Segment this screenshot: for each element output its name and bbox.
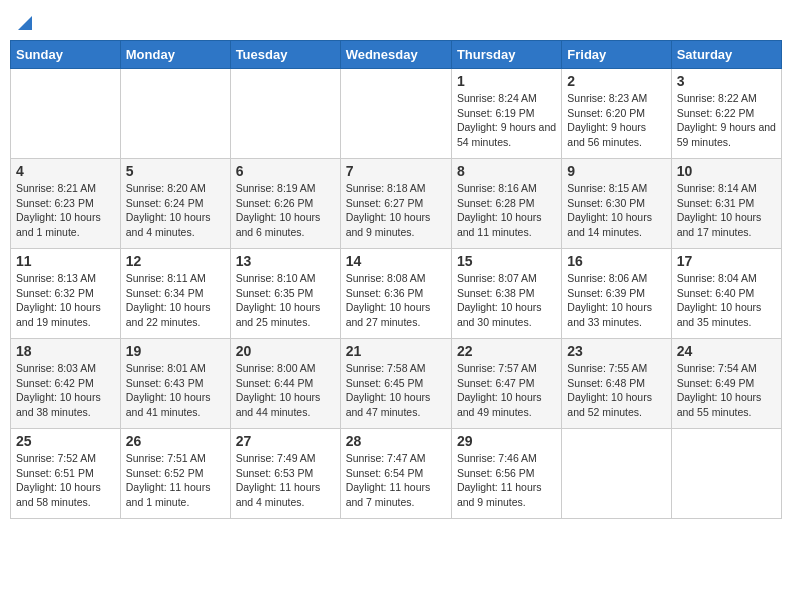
calendar-cell: 12Sunrise: 8:11 AM Sunset: 6:34 PM Dayli…: [120, 249, 230, 339]
day-info: Sunrise: 8:04 AM Sunset: 6:40 PM Dayligh…: [677, 271, 776, 330]
col-header-sunday: Sunday: [11, 41, 121, 69]
day-number: 5: [126, 163, 225, 179]
day-info: Sunrise: 8:19 AM Sunset: 6:26 PM Dayligh…: [236, 181, 335, 240]
calendar-week-row: 18Sunrise: 8:03 AM Sunset: 6:42 PM Dayli…: [11, 339, 782, 429]
calendar-table: SundayMondayTuesdayWednesdayThursdayFrid…: [10, 40, 782, 519]
col-header-friday: Friday: [562, 41, 671, 69]
day-number: 28: [346, 433, 446, 449]
col-header-thursday: Thursday: [451, 41, 561, 69]
day-info: Sunrise: 8:07 AM Sunset: 6:38 PM Dayligh…: [457, 271, 556, 330]
calendar-cell: 7Sunrise: 8:18 AM Sunset: 6:27 PM Daylig…: [340, 159, 451, 249]
day-info: Sunrise: 7:55 AM Sunset: 6:48 PM Dayligh…: [567, 361, 665, 420]
calendar-cell: 15Sunrise: 8:07 AM Sunset: 6:38 PM Dayli…: [451, 249, 561, 339]
logo: [14, 14, 34, 34]
day-info: Sunrise: 7:57 AM Sunset: 6:47 PM Dayligh…: [457, 361, 556, 420]
calendar-cell: 18Sunrise: 8:03 AM Sunset: 6:42 PM Dayli…: [11, 339, 121, 429]
calendar-week-row: 11Sunrise: 8:13 AM Sunset: 6:32 PM Dayli…: [11, 249, 782, 339]
calendar-cell: 17Sunrise: 8:04 AM Sunset: 6:40 PM Dayli…: [671, 249, 781, 339]
day-number: 20: [236, 343, 335, 359]
calendar-cell: 19Sunrise: 8:01 AM Sunset: 6:43 PM Dayli…: [120, 339, 230, 429]
day-info: Sunrise: 8:00 AM Sunset: 6:44 PM Dayligh…: [236, 361, 335, 420]
day-number: 18: [16, 343, 115, 359]
day-number: 13: [236, 253, 335, 269]
svg-marker-0: [18, 16, 32, 30]
day-number: 22: [457, 343, 556, 359]
calendar-cell: 22Sunrise: 7:57 AM Sunset: 6:47 PM Dayli…: [451, 339, 561, 429]
calendar-cell: 16Sunrise: 8:06 AM Sunset: 6:39 PM Dayli…: [562, 249, 671, 339]
day-info: Sunrise: 8:03 AM Sunset: 6:42 PM Dayligh…: [16, 361, 115, 420]
day-info: Sunrise: 8:06 AM Sunset: 6:39 PM Dayligh…: [567, 271, 665, 330]
day-number: 29: [457, 433, 556, 449]
day-number: 17: [677, 253, 776, 269]
day-number: 27: [236, 433, 335, 449]
calendar-cell: 10Sunrise: 8:14 AM Sunset: 6:31 PM Dayli…: [671, 159, 781, 249]
day-number: 2: [567, 73, 665, 89]
day-info: Sunrise: 8:16 AM Sunset: 6:28 PM Dayligh…: [457, 181, 556, 240]
calendar-cell: 28Sunrise: 7:47 AM Sunset: 6:54 PM Dayli…: [340, 429, 451, 519]
calendar-cell: 11Sunrise: 8:13 AM Sunset: 6:32 PM Dayli…: [11, 249, 121, 339]
calendar-header-row: SundayMondayTuesdayWednesdayThursdayFrid…: [11, 41, 782, 69]
calendar-cell: 20Sunrise: 8:00 AM Sunset: 6:44 PM Dayli…: [230, 339, 340, 429]
day-number: 3: [677, 73, 776, 89]
col-header-tuesday: Tuesday: [230, 41, 340, 69]
day-info: Sunrise: 8:10 AM Sunset: 6:35 PM Dayligh…: [236, 271, 335, 330]
day-info: Sunrise: 8:01 AM Sunset: 6:43 PM Dayligh…: [126, 361, 225, 420]
logo-flag-icon: [16, 14, 34, 32]
day-number: 14: [346, 253, 446, 269]
calendar-cell: 14Sunrise: 8:08 AM Sunset: 6:36 PM Dayli…: [340, 249, 451, 339]
day-info: Sunrise: 8:18 AM Sunset: 6:27 PM Dayligh…: [346, 181, 446, 240]
day-number: 12: [126, 253, 225, 269]
calendar-week-row: 25Sunrise: 7:52 AM Sunset: 6:51 PM Dayli…: [11, 429, 782, 519]
calendar-cell: [230, 69, 340, 159]
day-info: Sunrise: 7:49 AM Sunset: 6:53 PM Dayligh…: [236, 451, 335, 510]
day-info: Sunrise: 7:47 AM Sunset: 6:54 PM Dayligh…: [346, 451, 446, 510]
calendar-cell: 2Sunrise: 8:23 AM Sunset: 6:20 PM Daylig…: [562, 69, 671, 159]
day-info: Sunrise: 8:15 AM Sunset: 6:30 PM Dayligh…: [567, 181, 665, 240]
day-info: Sunrise: 8:21 AM Sunset: 6:23 PM Dayligh…: [16, 181, 115, 240]
calendar-cell: [120, 69, 230, 159]
calendar-cell: 24Sunrise: 7:54 AM Sunset: 6:49 PM Dayli…: [671, 339, 781, 429]
calendar-cell: 26Sunrise: 7:51 AM Sunset: 6:52 PM Dayli…: [120, 429, 230, 519]
calendar-week-row: 1Sunrise: 8:24 AM Sunset: 6:19 PM Daylig…: [11, 69, 782, 159]
calendar-cell: 25Sunrise: 7:52 AM Sunset: 6:51 PM Dayli…: [11, 429, 121, 519]
day-info: Sunrise: 7:51 AM Sunset: 6:52 PM Dayligh…: [126, 451, 225, 510]
day-info: Sunrise: 7:46 AM Sunset: 6:56 PM Dayligh…: [457, 451, 556, 510]
calendar-cell: 13Sunrise: 8:10 AM Sunset: 6:35 PM Dayli…: [230, 249, 340, 339]
day-info: Sunrise: 8:22 AM Sunset: 6:22 PM Dayligh…: [677, 91, 776, 150]
day-number: 23: [567, 343, 665, 359]
calendar-cell: [671, 429, 781, 519]
day-number: 26: [126, 433, 225, 449]
day-info: Sunrise: 7:54 AM Sunset: 6:49 PM Dayligh…: [677, 361, 776, 420]
day-number: 7: [346, 163, 446, 179]
calendar-cell: 5Sunrise: 8:20 AM Sunset: 6:24 PM Daylig…: [120, 159, 230, 249]
day-number: 4: [16, 163, 115, 179]
day-info: Sunrise: 7:52 AM Sunset: 6:51 PM Dayligh…: [16, 451, 115, 510]
calendar-cell: 8Sunrise: 8:16 AM Sunset: 6:28 PM Daylig…: [451, 159, 561, 249]
day-info: Sunrise: 8:08 AM Sunset: 6:36 PM Dayligh…: [346, 271, 446, 330]
calendar-cell: 4Sunrise: 8:21 AM Sunset: 6:23 PM Daylig…: [11, 159, 121, 249]
day-number: 24: [677, 343, 776, 359]
day-number: 6: [236, 163, 335, 179]
calendar-cell: 21Sunrise: 7:58 AM Sunset: 6:45 PM Dayli…: [340, 339, 451, 429]
day-info: Sunrise: 8:14 AM Sunset: 6:31 PM Dayligh…: [677, 181, 776, 240]
day-info: Sunrise: 8:24 AM Sunset: 6:19 PM Dayligh…: [457, 91, 556, 150]
calendar-cell: 6Sunrise: 8:19 AM Sunset: 6:26 PM Daylig…: [230, 159, 340, 249]
day-number: 16: [567, 253, 665, 269]
col-header-wednesday: Wednesday: [340, 41, 451, 69]
calendar-cell: 9Sunrise: 8:15 AM Sunset: 6:30 PM Daylig…: [562, 159, 671, 249]
day-info: Sunrise: 8:13 AM Sunset: 6:32 PM Dayligh…: [16, 271, 115, 330]
day-number: 15: [457, 253, 556, 269]
calendar-cell: 1Sunrise: 8:24 AM Sunset: 6:19 PM Daylig…: [451, 69, 561, 159]
col-header-monday: Monday: [120, 41, 230, 69]
day-number: 10: [677, 163, 776, 179]
day-number: 1: [457, 73, 556, 89]
calendar-cell: 27Sunrise: 7:49 AM Sunset: 6:53 PM Dayli…: [230, 429, 340, 519]
day-info: Sunrise: 8:20 AM Sunset: 6:24 PM Dayligh…: [126, 181, 225, 240]
calendar-cell: [11, 69, 121, 159]
day-number: 11: [16, 253, 115, 269]
calendar-week-row: 4Sunrise: 8:21 AM Sunset: 6:23 PM Daylig…: [11, 159, 782, 249]
day-number: 8: [457, 163, 556, 179]
day-info: Sunrise: 8:11 AM Sunset: 6:34 PM Dayligh…: [126, 271, 225, 330]
col-header-saturday: Saturday: [671, 41, 781, 69]
day-info: Sunrise: 7:58 AM Sunset: 6:45 PM Dayligh…: [346, 361, 446, 420]
